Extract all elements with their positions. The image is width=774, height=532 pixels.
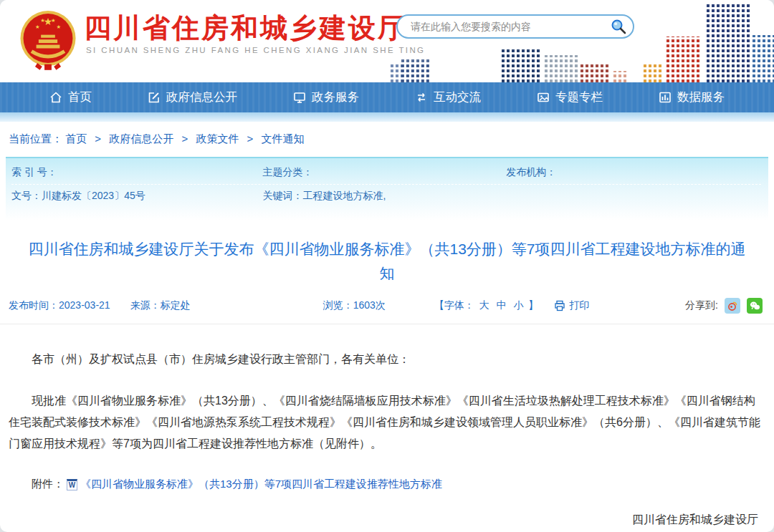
breadcrumb: 当前位置： 首页 > 政府信息公开 > 政策文件 > 文件通知 <box>0 122 774 154</box>
info-docnum-value: 川建标发〔2023〕45号 <box>42 190 145 201</box>
site-header: ★ ★ ★ ★ ★ 四川省住房和城乡建设厅 SI CHUAN SHENG ZHU… <box>0 0 774 82</box>
site-title: 四川省住房和城乡建设厅 <box>84 10 407 47</box>
info-row: 文号：川建标发〔2023〕45号 关键词：工程建设地方标准, <box>11 190 761 203</box>
national-emblem-logo: ★ ★ ★ ★ ★ <box>19 9 77 72</box>
share-weibo-button[interactable] <box>725 298 740 314</box>
breadcrumb-item-file-notices[interactable]: 文件通知 <box>262 132 305 145</box>
nav-label: 政府信息公开 <box>166 90 237 105</box>
wechat-icon <box>749 300 761 312</box>
info-index: 索 引 号： <box>11 166 262 179</box>
info-keyword: 关键词：工程建设地方标准, <box>262 190 506 203</box>
skyline-building <box>707 4 750 82</box>
skyline-building <box>752 35 774 82</box>
nav-label: 数据服务 <box>677 90 725 105</box>
issuer-signature: 四川省住房和城乡建设厅 <box>0 491 774 528</box>
info-agency-label: 发布机构： <box>506 166 556 178</box>
image-icon <box>537 91 550 104</box>
info-docnum-label: 文号： <box>11 190 42 201</box>
source: 来源：标定处 <box>130 299 191 312</box>
skyline-building <box>666 37 699 82</box>
share-wechat-button[interactable] <box>747 298 763 314</box>
nav-label: 政务服务 <box>312 90 359 105</box>
nav-bottom-gradient <box>0 112 774 122</box>
info-agency: 发布机构： <box>506 166 761 179</box>
nav-item-gov-info[interactable]: 政府信息公开 <box>148 90 237 105</box>
info-keyword-label: 关键词： <box>262 190 302 201</box>
print-button[interactable]: 打印 <box>554 299 589 312</box>
nav-item-data-services[interactable]: 数据服务 <box>659 90 725 105</box>
print-label: 打印 <box>569 299 589 312</box>
breadcrumb-separator: > <box>247 132 254 145</box>
article-body: 各市（州）及扩权试点县（市）住房城乡建设行政主管部门，各有关单位： 现批准《四川… <box>0 324 774 455</box>
info-row: 索 引 号： 主题分类： 发布机构： <box>11 166 761 185</box>
share-label: 分享到: <box>685 299 718 312</box>
attachment-label: 附件： <box>32 478 64 491</box>
nav-item-interaction[interactable]: 互动交流 <box>415 90 481 105</box>
skyline-building <box>545 55 578 82</box>
attachment-link[interactable]: 《四川省物业服务标准》（共13分册）等7项四川省工程建设推荐性地方标准 <box>80 478 442 491</box>
page: ★ ★ ★ ★ ★ 四川省住房和城乡建设厅 SI CHUAN SHENG ZHU… <box>0 0 774 532</box>
svg-text:★: ★ <box>51 17 56 24</box>
font-label-open: 【字体： <box>434 299 474 311</box>
info-category: 主题分类： <box>262 166 506 179</box>
nav-label: 互动交流 <box>434 90 481 105</box>
breadcrumb-item-policy-files[interactable]: 政策文件 <box>196 132 239 145</box>
bar-chart-icon <box>659 91 672 104</box>
edit-square-icon <box>148 91 161 104</box>
article-title: 四川省住房和城乡建设厅关于发布《四川省物业服务标准》（共13分册）等7项四川省工… <box>22 237 752 286</box>
nav-item-home[interactable]: 首页 <box>49 90 92 105</box>
info-index-label: 索 引 号： <box>11 166 57 178</box>
svg-text:★: ★ <box>35 24 40 30</box>
article-meta-bar: 发布时间：2023-03-21 来源：标定处 浏览：1603次 【字体： 大 中… <box>0 298 774 324</box>
paragraph-main: 现批准《四川省物业服务标准》（共13分册）、《四川省烧结隔墙板应用技术标准》《四… <box>9 390 764 455</box>
attachment-row: 附件： W 《四川省物业服务标准》（共13分册）等7项四川省工程建设推荐性地方标… <box>0 475 774 491</box>
nav-item-services[interactable]: 政务服务 <box>293 90 359 105</box>
info-docnum: 文号：川建标发〔2023〕45号 <box>11 190 262 203</box>
printer-icon <box>554 300 565 311</box>
font-size-small-button[interactable]: 小 <box>513 299 523 311</box>
site-subtitle-pinyin: SI CHUAN SHENG ZHU FANG HE CHENG XIANG J… <box>86 46 425 54</box>
paragraph-salutation: 各市（州）及扩权试点县（市）住房城乡建设行政主管部门，各有关单位： <box>9 349 764 370</box>
font-size-control: 【字体： 大 中 小 】 <box>434 299 539 312</box>
breadcrumb-item-home[interactable]: 首页 <box>65 132 87 145</box>
view-count: 浏览：1603次 <box>323 299 386 312</box>
nav-label: 首页 <box>68 90 92 105</box>
search-bar <box>396 14 634 39</box>
weibo-icon <box>727 300 738 311</box>
info-category-label: 主题分类： <box>262 166 312 178</box>
search-icon[interactable] <box>610 18 627 35</box>
share-group: 分享到: <box>685 298 763 314</box>
font-label-close: 】 <box>528 299 538 311</box>
monitor-icon <box>293 91 306 104</box>
skyline-building <box>613 71 628 82</box>
skyline-building <box>401 58 430 82</box>
breadcrumb-label: 当前位置： <box>9 132 62 145</box>
skyline-building <box>644 62 664 82</box>
nav-item-special-topics[interactable]: 专题专栏 <box>537 90 603 105</box>
document-info-box: 索 引 号： 主题分类： 发布机构： 文号：川建标发〔2023〕45号 关键词：… <box>6 157 768 220</box>
svg-text:★: ★ <box>40 17 45 24</box>
nav-label: 专题专栏 <box>555 90 603 105</box>
main-nav: 首页 政府信息公开 政务服务 互动交流 专题专栏 数据服务 <box>0 82 774 112</box>
skyline-building <box>580 62 611 82</box>
info-keyword-value: 工程建设地方标准, <box>302 190 386 201</box>
font-size-medium-button[interactable]: 中 <box>497 299 507 311</box>
breadcrumb-separator: > <box>95 132 101 145</box>
breadcrumb-separator: > <box>181 132 188 145</box>
skyline-building <box>502 49 542 82</box>
exchange-icon <box>415 91 428 104</box>
search-input[interactable] <box>409 20 610 33</box>
font-size-large-button[interactable]: 大 <box>479 299 489 311</box>
home-icon <box>49 91 62 104</box>
svg-text:★: ★ <box>56 24 61 30</box>
publish-date: 发布时间：2023-03-21 <box>9 299 110 312</box>
breadcrumb-item-gov-info[interactable]: 政府信息公开 <box>109 132 173 145</box>
word-document-icon: W <box>67 479 77 490</box>
